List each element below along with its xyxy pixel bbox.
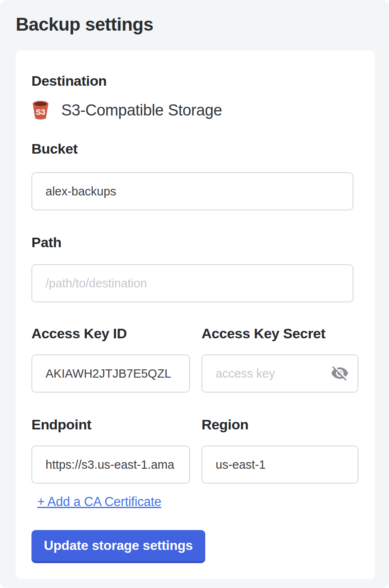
bucket-input[interactable] (31, 172, 353, 210)
update-storage-settings-button[interactable]: Update storage settings (31, 530, 205, 563)
backup-settings-card: Destination S3 S3-Compatible Storage Buc… (16, 51, 375, 579)
access-key-id-label: Access Key ID (31, 326, 190, 340)
endpoint-input[interactable] (31, 446, 190, 484)
svg-text:S3: S3 (36, 108, 45, 116)
destination-provider: S3-Compatible Storage (61, 101, 222, 119)
destination-value-row: S3 S3-Compatible Storage (31, 100, 353, 120)
destination-label: Destination (31, 74, 353, 88)
access-key-secret-field (202, 354, 358, 393)
toggle-secret-visibility-button[interactable] (330, 364, 349, 383)
page-title: Backup settings (0, 0, 389, 35)
region-input[interactable] (202, 446, 358, 484)
access-key-secret-label: Access Key Secret (202, 326, 358, 340)
backup-settings-page: Backup settings Destination S3 S3-Compat… (0, 0, 389, 588)
path-input[interactable] (31, 264, 353, 302)
eye-off-icon (331, 364, 349, 382)
path-label: Path (31, 235, 353, 249)
s3-bucket-icon: S3 (31, 100, 50, 120)
add-ca-certificate-link[interactable]: + Add a CA Certificate (37, 494, 161, 509)
endpoint-label: Endpoint (31, 417, 190, 431)
access-key-id-input[interactable] (31, 354, 190, 393)
bucket-label: Bucket (31, 142, 353, 156)
region-label: Region (202, 417, 358, 431)
